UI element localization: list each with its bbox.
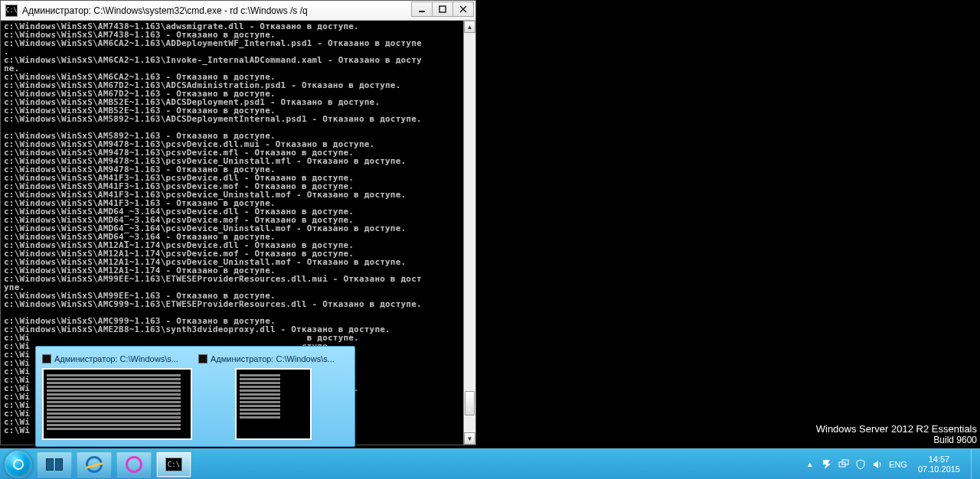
svg-point-2 bbox=[14, 460, 23, 469]
ie-icon bbox=[86, 456, 103, 473]
scroll-track[interactable] bbox=[464, 33, 475, 432]
tray-chevron-icon[interactable]: ▴ bbox=[805, 459, 815, 470]
server-manager-icon bbox=[46, 458, 63, 471]
clock-time: 14:57 bbox=[929, 455, 950, 464]
vertical-scrollbar[interactable]: ▲ ▼ bbox=[463, 21, 475, 445]
language-indicator[interactable]: ENG bbox=[889, 460, 907, 469]
preview-window-2[interactable]: Администратор: C:\Windows\s... bbox=[198, 353, 348, 440]
minimize-button[interactable] bbox=[411, 2, 433, 17]
cmd-icon bbox=[42, 354, 51, 363]
taskbar-dashboard[interactable] bbox=[116, 451, 152, 477]
volume-icon[interactable] bbox=[872, 459, 883, 470]
taskbar-cmd[interactable]: C:\ bbox=[156, 451, 191, 477]
svg-rect-1 bbox=[439, 6, 446, 12]
taskbar-server-manager[interactable] bbox=[37, 451, 72, 477]
taskbar-preview-popup: Администратор: C:\Windows\s... Администр… bbox=[35, 346, 355, 447]
watermark-line1: Windows Server 2012 R2 Essentials bbox=[816, 423, 977, 435]
preview-window-1[interactable]: Администратор: C:\Windows\s... bbox=[42, 353, 192, 440]
cmd-icon bbox=[198, 354, 207, 363]
scroll-up-button[interactable]: ▲ bbox=[464, 21, 475, 33]
svg-rect-0 bbox=[419, 11, 425, 12]
shield-icon[interactable] bbox=[855, 459, 866, 470]
preview-title: Администратор: C:\Windows\s... bbox=[211, 354, 335, 363]
scroll-down-button[interactable]: ▼ bbox=[464, 432, 475, 445]
taskbar: C:\ ▴ ENG 14:57 07.10.2015 bbox=[0, 448, 980, 479]
cmd-icon[interactable]: C:\ bbox=[5, 5, 18, 17]
system-tray: ▴ ENG 14:57 07.10.2015 bbox=[802, 449, 980, 479]
window-title: Администратор: C:\Windows\system32\cmd.e… bbox=[22, 5, 411, 16]
dashboard-icon bbox=[126, 456, 142, 473]
start-button[interactable] bbox=[5, 451, 32, 478]
titlebar[interactable]: C:\ Администратор: C:\Windows\system32\c… bbox=[1, 1, 475, 21]
network-icon[interactable] bbox=[838, 459, 849, 470]
action-center-icon[interactable] bbox=[822, 459, 832, 470]
clock[interactable]: 14:57 07.10.2015 bbox=[913, 455, 965, 474]
show-desktop-button[interactable] bbox=[971, 449, 977, 479]
cmd-icon: C:\ bbox=[165, 458, 182, 471]
clock-date: 07.10.2015 bbox=[918, 464, 960, 474]
preview-title: Администратор: C:\Windows\s... bbox=[54, 354, 178, 363]
scroll-thumb[interactable] bbox=[465, 391, 475, 415]
preview-thumbnail[interactable] bbox=[235, 368, 312, 440]
preview-thumbnail[interactable] bbox=[42, 368, 192, 440]
maximize-button[interactable] bbox=[432, 2, 453, 17]
watermark-line2: Build 9600 bbox=[816, 435, 977, 445]
desktop-watermark: Windows Server 2012 R2 Essentials Build … bbox=[816, 423, 977, 445]
close-button[interactable] bbox=[452, 2, 474, 17]
taskbar-internet-explorer[interactable] bbox=[77, 451, 112, 477]
